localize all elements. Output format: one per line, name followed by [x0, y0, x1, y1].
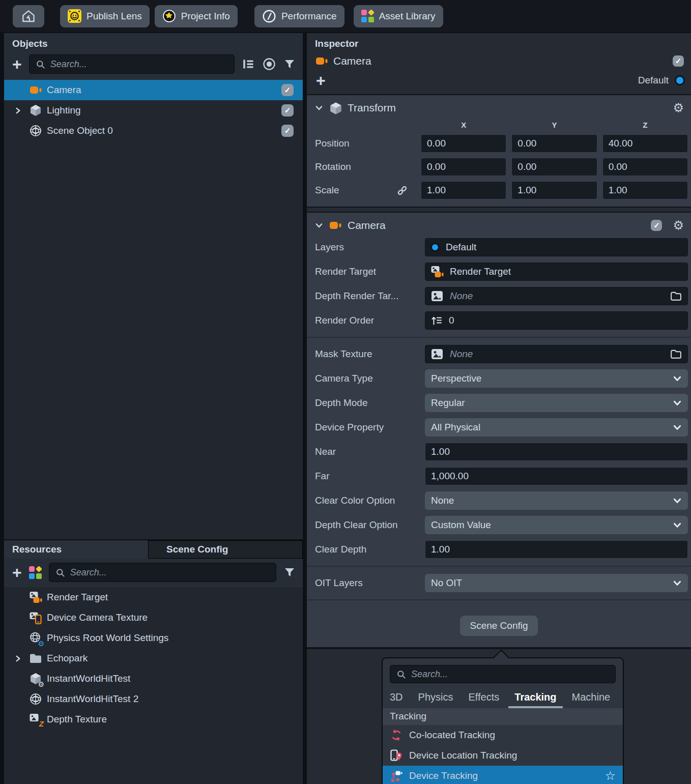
- camera-icon: [329, 219, 342, 232]
- tab-scene-config[interactable]: Scene Config: [148, 540, 303, 559]
- project-info-button[interactable]: Project Info: [155, 5, 238, 27]
- render-target-icon: [29, 591, 42, 604]
- tab-3d[interactable]: 3D: [390, 691, 403, 703]
- resource-row-device-camera-texture[interactable]: Device Camera Texture: [4, 607, 303, 628]
- popup-search-input[interactable]: [411, 669, 609, 680]
- clear-color-option-dropdown[interactable]: None: [425, 491, 688, 510]
- asset-library-shortcut-icon[interactable]: [29, 566, 42, 579]
- depth-clear-option-dropdown[interactable]: Custom Value: [425, 516, 688, 534]
- resource-row-instantworldhittest[interactable]: ⚙ InstantWorldHitTest: [4, 669, 303, 689]
- gear-icon[interactable]: ⚙: [673, 102, 684, 114]
- oit-layers-dropdown[interactable]: No OIT: [425, 574, 688, 592]
- scene-config-button[interactable]: Scene Config: [460, 616, 537, 636]
- add-resource-button[interactable]: +: [12, 566, 22, 579]
- tab-resources[interactable]: Resources: [4, 540, 148, 559]
- position-label: Position: [315, 138, 350, 149]
- tab-effects[interactable]: Effects: [468, 691, 499, 703]
- popup-item-co-located-tracking[interactable]: Co-located Tracking: [383, 725, 623, 745]
- section-divider: [307, 566, 691, 567]
- position-y-input[interactable]: [511, 134, 597, 153]
- scale-x-input[interactable]: [421, 181, 506, 199]
- popup-item-device-tracking[interactable]: Device Tracking ☆: [383, 766, 623, 784]
- layer-color-dot[interactable]: [675, 75, 685, 85]
- resource-row-render-target[interactable]: Render Target: [4, 587, 303, 607]
- snapcode-icon: [68, 9, 81, 23]
- collapse-chevron-icon[interactable]: [315, 104, 323, 112]
- field-label: Depth Render Tar...: [315, 291, 425, 302]
- add-object-button[interactable]: +: [12, 57, 22, 71]
- field-value: 0: [449, 315, 682, 326]
- home-button[interactable]: [13, 5, 44, 27]
- publish-lens-button[interactable]: Publish Lens: [60, 5, 150, 27]
- field-layers: Layers Default: [315, 238, 688, 256]
- depth-mode-dropdown[interactable]: Regular: [425, 394, 688, 412]
- hierarchy-icon[interactable]: [242, 57, 255, 71]
- collapse-chevron-icon[interactable]: [315, 221, 323, 229]
- chevron-down-icon: [673, 496, 682, 505]
- folder-browse-icon[interactable]: [670, 290, 682, 303]
- camera-icon: [315, 54, 328, 68]
- resources-search[interactable]: [49, 563, 276, 582]
- gear-icon[interactable]: ⚙: [673, 219, 684, 231]
- field-device-property: Device Property All Physical: [315, 418, 688, 437]
- device-property-dropdown[interactable]: All Physical: [425, 418, 688, 437]
- resource-row-physics-root-world-settings[interactable]: ⚙ Physics Root World Settings: [4, 628, 303, 648]
- popup-search[interactable]: [390, 665, 616, 683]
- tab-machine[interactable]: Machine: [572, 691, 611, 703]
- object-row-camera[interactable]: Camera ✓: [4, 80, 303, 100]
- component-enabled-checkbox[interactable]: ✓: [651, 220, 662, 231]
- rotation-x-input[interactable]: [421, 158, 506, 176]
- expand-chevron-icon[interactable]: [11, 655, 24, 662]
- resource-row-depth-texture[interactable]: Z Depth Texture: [4, 709, 303, 730]
- folder-browse-icon[interactable]: [670, 348, 682, 361]
- field-label: Device Property: [315, 422, 425, 433]
- position-z-input[interactable]: [602, 134, 688, 153]
- objects-search-input[interactable]: [50, 59, 228, 70]
- filter-icon[interactable]: [283, 58, 296, 70]
- popup-item-device-location-tracking[interactable]: Device Location Tracking: [383, 745, 623, 766]
- layers-value-field[interactable]: Default: [425, 238, 688, 256]
- far-input[interactable]: [425, 467, 688, 485]
- clear-depth-input[interactable]: [425, 540, 688, 559]
- expand-chevron-icon[interactable]: [11, 107, 24, 114]
- scale-z-input[interactable]: [602, 181, 688, 199]
- objects-search[interactable]: [29, 54, 235, 74]
- field-label: Mask Texture: [315, 349, 425, 360]
- favorite-star-icon[interactable]: ☆: [604, 770, 616, 782]
- asset-library-button[interactable]: Asset Library: [354, 5, 443, 27]
- camera-section-title: Camera: [348, 219, 645, 231]
- render-order-field[interactable]: 0: [425, 311, 688, 330]
- chevron-down-icon: [673, 398, 682, 408]
- camera-type-dropdown[interactable]: Perspective: [425, 369, 688, 388]
- object-row-scene-object-0[interactable]: Scene Object 0 ✓: [4, 121, 303, 141]
- render-target-field[interactable]: Render Target: [425, 263, 688, 281]
- object-enabled-checkbox[interactable]: ✓: [281, 125, 294, 137]
- physics-world-icon: ⚙: [29, 631, 42, 645]
- resource-row-instantworldhittest-2[interactable]: InstantWorldHitTest 2: [4, 689, 303, 709]
- tab-tracking[interactable]: Tracking: [514, 691, 556, 703]
- object-enabled-checkbox[interactable]: ✓: [281, 104, 294, 117]
- performance-label: Performance: [281, 11, 337, 22]
- rotation-z-input[interactable]: [602, 158, 688, 176]
- resources-search-input[interactable]: [70, 567, 270, 578]
- object-row-lighting[interactable]: Lighting ✓: [4, 100, 303, 121]
- dropdown-value: No OIT: [431, 577, 673, 589]
- resource-row-echopark[interactable]: Echopark: [4, 648, 303, 669]
- performance-button[interactable]: Performance: [254, 5, 344, 27]
- object-enabled-checkbox[interactable]: ✓: [281, 84, 294, 96]
- add-component-button[interactable]: +: [316, 74, 326, 87]
- depth-render-target-field[interactable]: None: [425, 287, 688, 305]
- visibility-eye-icon[interactable]: [262, 57, 276, 71]
- mask-texture-field[interactable]: None: [425, 345, 688, 363]
- rotation-y-input[interactable]: [511, 158, 597, 176]
- object-enabled-checkbox[interactable]: ✓: [673, 55, 684, 67]
- position-x-input[interactable]: [421, 134, 506, 153]
- tab-physics[interactable]: Physics: [418, 691, 453, 703]
- camera-section: Camera ✓ ⚙ Layers Default Render Target: [307, 212, 691, 648]
- near-input[interactable]: [425, 443, 688, 461]
- field-value: Default: [446, 242, 682, 253]
- dropdown-value: Custom Value: [431, 519, 673, 531]
- scale-y-input[interactable]: [511, 181, 597, 199]
- filter-icon[interactable]: [283, 566, 296, 578]
- link-scale-icon[interactable]: [396, 184, 409, 197]
